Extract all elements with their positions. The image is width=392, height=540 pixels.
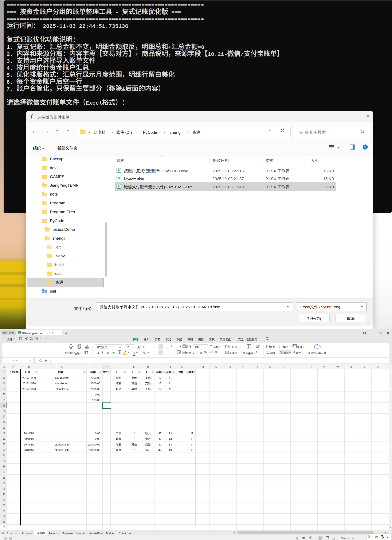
svg-text:S: S [19,332,20,334]
svg-text:←.0: ←.0 [209,350,213,354]
svg-text:Z: Z [279,346,280,348]
svg-text:S: S [118,185,120,188]
svg-text:S: S [118,169,120,172]
svg-text:S: S [118,177,120,180]
svg-text:.00: .00 [215,350,217,354]
svg-text:?: ? [364,145,366,149]
